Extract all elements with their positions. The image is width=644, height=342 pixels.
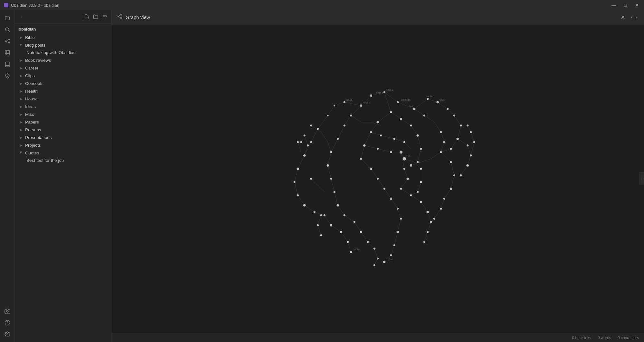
svg-point-207 [460,174,462,176]
svg-point-211 [390,198,392,200]
sidebar-item-health[interactable]: ▶ Health [15,87,111,95]
tree-label-house: House [25,97,38,101]
svg-point-13 [5,320,10,325]
new-file-button[interactable] [83,13,90,21]
new-folder-button[interactable] [92,13,99,21]
tree-arrow-presentations: ▶ [19,135,24,140]
svg-point-203 [443,198,445,199]
svg-point-206 [466,164,469,167]
minimize-button[interactable]: — [611,2,617,8]
svg-point-235 [433,217,435,219]
tree-label-book-reviews: Book reviews [25,58,51,63]
sidebar-item-misc[interactable]: ▶ Misc [15,110,111,118]
tree-label-blog-posts: Blog posts [25,43,45,48]
svg-point-193 [406,178,409,180]
sort-button[interactable] [101,13,109,21]
character-count: 0 characters [618,336,639,340]
maximize-button[interactable]: □ [622,2,629,8]
sidebar-item-ideas[interactable]: ▶ Ideas [15,103,111,110]
svg-point-205 [470,154,472,156]
rail-graph-icon[interactable] [2,36,13,46]
svg-text:concept: concept [401,98,411,101]
word-count: 0 words [598,336,611,340]
sidebar-item-presentations[interactable]: ▶ Presentations [15,134,111,141]
sidebar-toolbar: ‹ [15,10,111,23]
svg-point-244 [310,125,312,126]
tree-arrow-projects: ▶ [19,143,24,148]
svg-point-233 [320,214,322,216]
tree-arrow-career: ▶ [19,65,24,70]
sidebar-item-persons[interactable]: ▶ Persons [15,126,111,134]
rail-table-icon[interactable] [2,48,13,58]
svg-point-227 [303,204,306,207]
svg-point-12 [6,310,8,312]
rail-settings-icon[interactable] [2,329,13,339]
tree-arrow-house: ▶ [19,96,24,101]
svg-point-179 [327,164,329,167]
panel-close-button[interactable]: ✕ [620,14,625,21]
nav-back-button[interactable]: ‹ [17,12,26,21]
svg-point-204 [467,144,469,146]
svg-point-20 [120,14,122,15]
svg-point-200 [450,161,452,163]
sidebar-item-blog-posts[interactable]: ▶ Blog posts [15,41,111,49]
svg-point-201 [453,174,455,176]
sidebar-item-projects[interactable]: ▶ Projects [15,141,111,149]
tree-arrow-concepts: ▶ [19,81,24,86]
svg-point-19 [117,16,118,17]
sidebar-item-note-taking[interactable]: Note taking with Obsidian [15,49,111,56]
svg-point-4 [8,42,9,43]
rail-camera-icon[interactable] [2,306,13,316]
titlebar-controls: — □ ✕ [611,2,640,8]
sidebar-item-best-tool[interactable]: Best tool for the job [15,157,111,164]
graph-canvas[interactable]: note 1 note 2 concept health ideas blog … [111,24,644,333]
sidebar-item-concepts[interactable]: ▶ Concepts [15,79,111,87]
app-body: ‹ [0,10,644,342]
rail-folder-icon[interactable] [2,13,13,23]
svg-point-159 [427,98,429,100]
tree-label-ideas: Ideas [25,104,36,109]
titlebar: Obsidian v0.8.0 - obsidian — □ ✕ [0,0,644,10]
svg-point-152 [334,105,335,106]
svg-point-154 [317,128,319,130]
svg-point-232 [310,178,312,180]
svg-text:clips: clips [439,98,445,101]
svg-point-183 [377,148,379,150]
right-panel-collapse-button[interactable]: › [639,172,644,185]
rail-book-icon[interactable] [2,59,13,69]
svg-point-2 [5,41,6,42]
panel-more-button[interactable]: ⋮⋮ [629,15,639,20]
svg-point-165 [410,125,412,126]
tree-label-papers: Papers [25,120,39,125]
svg-point-180 [380,134,382,136]
svg-point-173 [370,131,372,133]
svg-point-246 [300,141,302,143]
svg-point-226 [297,194,299,196]
svg-point-186 [443,141,445,143]
sidebar-item-bible[interactable]: ▶ Bible [15,33,111,41]
sidebar-item-house[interactable]: ▶ House [15,95,111,103]
svg-point-192 [403,168,405,170]
rail-layers-icon[interactable] [2,71,13,81]
svg-point-198 [427,231,429,233]
svg-point-176 [344,125,346,126]
svg-point-236 [390,254,392,256]
svg-point-208 [370,168,372,170]
svg-point-149 [360,104,362,106]
rail-search-icon[interactable] [2,24,13,35]
sidebar-item-book-reviews[interactable]: ▶ Book reviews [15,56,111,64]
sidebar-item-quotes[interactable]: ▶ Quotes [15,149,111,157]
sidebar-item-career[interactable]: ▶ Career [15,64,111,72]
svg-point-210 [384,188,385,189]
sidebar-item-clips[interactable]: ▶ Clips [15,72,111,79]
panel-title-text: Graph view [126,14,150,20]
svg-point-151 [350,115,352,116]
svg-point-223 [374,247,375,249]
close-window-button[interactable]: ✕ [634,2,640,8]
svg-point-185 [440,131,442,133]
rail-help-icon[interactable] [2,318,13,328]
tree-label-persons: Persons [25,127,41,132]
tree-label-bible: Bible [25,35,35,40]
tree-label-best-tool: Best tool for the job [26,158,64,163]
sidebar-item-papers[interactable]: ▶ Papers [15,118,111,126]
